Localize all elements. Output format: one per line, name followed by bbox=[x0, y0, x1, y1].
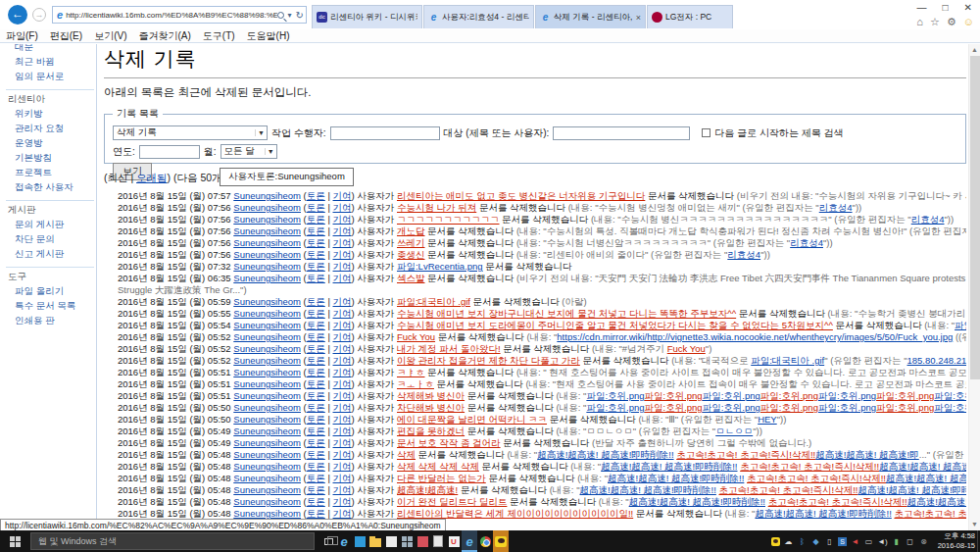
log-red-link[interactable]: 초고속!초고속! 초고속!즉시!삭제!! bbox=[768, 496, 907, 507]
tab-close-icon[interactable]: × bbox=[636, 13, 641, 23]
month-select[interactable]: 모든 달 ▼ bbox=[220, 144, 277, 159]
log-link[interactable]: 토론 bbox=[307, 508, 325, 519]
log-red-link[interactable]: 섹스발 bbox=[397, 273, 425, 283]
log-link[interactable]: 기여 bbox=[333, 331, 352, 342]
sidebar-item[interactable]: 위키방 bbox=[6, 107, 94, 122]
log-link[interactable]: 기여 bbox=[333, 402, 352, 413]
log-red-link[interactable]: Fuck You bbox=[667, 343, 706, 354]
app-u-red-icon[interactable]: U bbox=[446, 530, 462, 552]
forward-button[interactable]: → bbox=[32, 8, 46, 22]
log-link[interactable]: 超高速!超高速! 超高速!即時削除!! bbox=[608, 473, 744, 483]
log-link[interactable]: 超高速!超高速! 超高速!即時削除!!超高速!超高速! 超高 bbox=[907, 496, 966, 507]
menu-item[interactable]: 편집(E) bbox=[50, 29, 82, 43]
home-icon[interactable]: ⌂ bbox=[916, 16, 923, 28]
log-link[interactable]: Suneungsiheom bbox=[233, 190, 301, 201]
title-prefix-checkbox[interactable] bbox=[702, 128, 710, 137]
scrollbar-thumb[interactable] bbox=[970, 56, 980, 379]
log-red-link[interactable]: 삭제 bbox=[397, 449, 416, 460]
sidebar-item[interactable]: 운영방 bbox=[6, 136, 94, 151]
kakaotalk-icon[interactable] bbox=[493, 530, 509, 552]
sidebar-item[interactable]: 최근 바뀜 bbox=[6, 55, 94, 70]
log-red-link[interactable]: 이거 완전 딜리트다 딜리트 bbox=[397, 496, 507, 507]
log-link[interactable]: 기여 bbox=[333, 249, 352, 260]
log-link[interactable]: 기여 bbox=[333, 390, 352, 401]
log-link[interactable]: Suneungsiheom bbox=[233, 367, 301, 377]
log-red-link[interactable]: 초고속!초고속! 초고속!즉시!삭제!! bbox=[747, 473, 886, 483]
photos-app-icon[interactable] bbox=[399, 530, 415, 552]
log-red-link[interactable]: 편집을 못하겠너 bbox=[397, 426, 465, 436]
log-link[interactable]: 토론 bbox=[307, 461, 325, 472]
feedback-smiley-icon[interactable]: ☺ bbox=[963, 16, 974, 28]
log-red-link[interactable]: 파일:대국티아 .gif bbox=[397, 296, 470, 307]
log-link[interactable]: https://cdn.mirror.wiki/http://vignette3… bbox=[557, 331, 953, 342]
task-view-icon[interactable] bbox=[320, 530, 336, 552]
log-link[interactable]: 리효성4 bbox=[727, 249, 760, 260]
url-dropdown-icon[interactable]: ▾ bbox=[288, 11, 292, 20]
log-link[interactable]: 토론 bbox=[307, 214, 325, 225]
log-link[interactable]: 파일:호위.png bbox=[586, 402, 644, 413]
kakaotalk-tray-icon[interactable] bbox=[771, 537, 780, 546]
battery-green-icon[interactable]: ▮ bbox=[891, 537, 902, 546]
log-link[interactable]: 토론 bbox=[307, 378, 325, 389]
taskbar-clock[interactable]: 오후 4:58 2016-08-15 bbox=[930, 531, 975, 551]
log-link[interactable]: Suneungsiheom bbox=[233, 508, 301, 519]
log-link[interactable]: 超高速!超高速! 超高速!即時削除!!超高速!超高速! 超高 bbox=[886, 473, 966, 483]
display-monitor-icon[interactable]: ▭ bbox=[863, 537, 874, 546]
log-red-link[interactable]: 파일:호위.png bbox=[876, 402, 934, 413]
log-link[interactable]: 기여 bbox=[333, 426, 352, 436]
internet-explorer-icon[interactable]: e bbox=[462, 530, 477, 552]
log-red-link[interactable]: 다른 반달러는 없는가 bbox=[397, 473, 486, 483]
log-link[interactable]: Suneungsiheom bbox=[233, 320, 301, 330]
chrome-icon[interactable] bbox=[477, 530, 493, 552]
page-scrollbar[interactable]: ▲ ▼ bbox=[968, 44, 980, 530]
log-link[interactable]: 토론 bbox=[307, 414, 325, 425]
log-red-link[interactable]: 내가 계정 파서 돌아왔다! bbox=[397, 343, 501, 354]
scroll-down-icon[interactable]: ▼ bbox=[969, 519, 980, 530]
log-red-link[interactable]: 수능시험 애미년 보지 장바구니대신 보지에 물건 처넣고 다니는 똑똑한 주부… bbox=[397, 308, 736, 319]
log-link[interactable]: Suneungsiheom bbox=[233, 473, 301, 483]
log-link[interactable]: 기여 bbox=[333, 320, 352, 330]
search-icon[interactable] bbox=[277, 12, 284, 19]
log-red-link[interactable]: 파일:호위.png bbox=[645, 390, 703, 401]
log-link[interactable]: 기여 bbox=[333, 190, 352, 201]
log-link[interactable]: 파일:호위.png bbox=[934, 390, 966, 401]
year-input[interactable] bbox=[139, 145, 200, 159]
log-red-link[interactable]: 초고속!초고속! 초고속!즉시!삭제!! bbox=[740, 461, 879, 472]
log-link[interactable]: 토론 bbox=[307, 226, 325, 236]
log-link[interactable]: 超高速!超高速! 超高速!即時削除!! bbox=[629, 496, 765, 507]
log-link[interactable]: 파일:호위.png bbox=[818, 390, 876, 401]
menu-item[interactable]: 즐겨찾기(A) bbox=[138, 29, 190, 43]
settings-gear-icon[interactable]: ⚙ bbox=[947, 16, 956, 28]
log-link[interactable]: Suneungsiheom bbox=[233, 331, 301, 342]
log-red-link[interactable]: 파일:호위.png bbox=[760, 390, 818, 401]
menu-item[interactable]: 파일(F) bbox=[6, 29, 38, 43]
browser-tab[interactable]: LG전자 : PC bbox=[647, 5, 733, 28]
sidebar-item[interactable]: 대문 bbox=[6, 44, 94, 55]
audio-alert-icon[interactable]: ◄ bbox=[850, 537, 860, 546]
log-link[interactable]: 파일:호위.png bbox=[703, 390, 760, 401]
sidebar-item[interactable]: 문의 게시판 bbox=[6, 218, 94, 232]
menu-item[interactable]: 보기(V) bbox=[94, 29, 126, 43]
log-red-link[interactable]: ㅋㅗㅏㅎ bbox=[397, 378, 434, 389]
log-link[interactable]: Suneungsiheom bbox=[233, 237, 301, 248]
menu-item[interactable]: 도움말(H) bbox=[247, 29, 290, 43]
status-disabled-icon[interactable]: ⊗ bbox=[918, 537, 929, 546]
log-link[interactable]: 토론 bbox=[307, 320, 325, 330]
maximize-button[interactable]: □ bbox=[943, 2, 949, 13]
log-red-link[interactable]: 차단해봐 병신아 bbox=[397, 402, 465, 413]
log-link[interactable]: 토론 bbox=[307, 190, 325, 201]
performer-input[interactable] bbox=[330, 126, 440, 140]
log-link[interactable]: 기여 bbox=[333, 496, 352, 507]
log-link[interactable]: Suneungsiheom bbox=[233, 449, 301, 460]
log-link[interactable]: 토론 bbox=[307, 249, 325, 260]
sidebar-item[interactable]: 차단 문의 bbox=[6, 232, 94, 247]
sidebar-item[interactable]: 프로젝트 bbox=[6, 166, 94, 180]
log-red-link[interactable]: 이왕 관리자 접을거면 제한 차단 다풀고 가라 bbox=[397, 355, 580, 366]
log-red-link[interactable]: 삭제해봐 병신아 bbox=[397, 390, 465, 401]
log-red-link[interactable]: 에이 대문짝을 날리면 어떡카니 ㅋㅋ bbox=[397, 414, 547, 425]
log-red-link[interactable]: 파일:호위.png bbox=[645, 402, 703, 413]
log-link[interactable]: 파일:호위.png bbox=[934, 402, 966, 413]
log-link[interactable]: 토론 bbox=[307, 437, 325, 448]
sidebar-item[interactable]: 임의 문서로 bbox=[6, 70, 94, 84]
log-link[interactable]: 토론 bbox=[307, 202, 325, 213]
